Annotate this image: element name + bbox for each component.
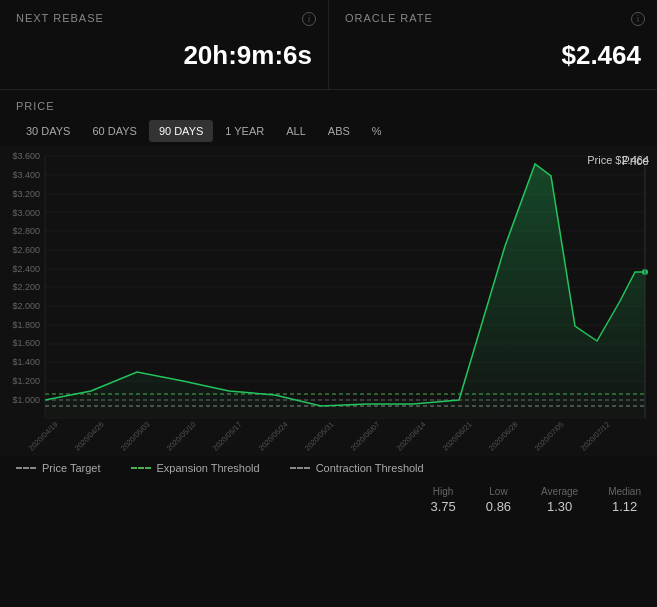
price-section: PRICE 30 DAYS 60 DAYS 90 DAYS 1 YEAR ALL… xyxy=(0,90,657,142)
contraction-threshold-line-icon xyxy=(290,467,310,469)
next-rebase-value: 20h:9m:6s xyxy=(16,40,312,71)
next-rebase-info-icon[interactable]: i xyxy=(302,12,316,26)
contraction-threshold-label: Contraction Threshold xyxy=(316,462,424,474)
svg-text:$3.400: $3.400 xyxy=(12,170,40,180)
stat-median-label: Median xyxy=(608,486,641,497)
stat-low-label: Low xyxy=(489,486,507,497)
tab-all[interactable]: ALL xyxy=(276,120,316,142)
svg-text:$1.200: $1.200 xyxy=(12,376,40,386)
legend-expansion: Expansion Threshold xyxy=(131,462,260,474)
svg-text:$3.600: $3.600 xyxy=(12,151,40,161)
tab-percent[interactable]: % xyxy=(362,120,392,142)
stat-median: Median 1.12 xyxy=(608,486,641,514)
legend-contraction: Contraction Threshold xyxy=(290,462,424,474)
stat-median-value: 1.12 xyxy=(612,499,637,514)
price-target-line-icon xyxy=(16,467,36,469)
svg-text:$2.200: $2.200 xyxy=(12,282,40,292)
svg-text:$1.800: $1.800 xyxy=(12,320,40,330)
tab-90days[interactable]: 90 DAYS xyxy=(149,120,213,142)
svg-text:$1.600: $1.600 xyxy=(12,338,40,348)
expansion-threshold-label: Expansion Threshold xyxy=(157,462,260,474)
svg-text:$2.800: $2.800 xyxy=(12,226,40,236)
legend-price-target: Price Target xyxy=(16,462,101,474)
oracle-rate-panel: ORACLE RATE i $2.464 xyxy=(329,0,657,89)
stat-high-value: 3.75 xyxy=(430,499,455,514)
stat-low: Low 0.86 xyxy=(486,486,511,514)
chart-price-display: Price $2.464 xyxy=(587,154,649,166)
svg-text:$3.200: $3.200 xyxy=(12,189,40,199)
next-rebase-panel: NEXT REBASE i 20h:9m:6s xyxy=(0,0,329,89)
svg-text:$2.400: $2.400 xyxy=(12,264,40,274)
svg-text:$1.400: $1.400 xyxy=(12,357,40,367)
stat-high-label: High xyxy=(433,486,454,497)
stat-average-label: Average xyxy=(541,486,578,497)
stat-high: High 3.75 xyxy=(430,486,455,514)
tab-1year[interactable]: 1 YEAR xyxy=(215,120,274,142)
price-section-title: PRICE xyxy=(16,100,641,112)
svg-text:$2.000: $2.000 xyxy=(12,301,40,311)
tab-60days[interactable]: 60 DAYS xyxy=(82,120,146,142)
next-rebase-title: NEXT REBASE xyxy=(16,12,312,24)
tab-abs[interactable]: ABS xyxy=(318,120,360,142)
tab-30days[interactable]: 30 DAYS xyxy=(16,120,80,142)
svg-text:$1.000: $1.000 xyxy=(12,395,40,405)
price-chart-svg: $3.600 $3.400 $3.200 $3.000 $2.800 $2.60… xyxy=(0,146,657,456)
oracle-rate-value: $2.464 xyxy=(345,40,641,71)
svg-text:$3.000: $3.000 xyxy=(12,208,40,218)
chart-legend: Price Target Expansion Threshold Contrac… xyxy=(0,456,657,480)
stat-average: Average 1.30 xyxy=(541,486,578,514)
time-tabs: 30 DAYS 60 DAYS 90 DAYS 1 YEAR ALL ABS % xyxy=(16,120,641,142)
price-chart-container: Price Price $2.464 $3.600 $3.400 $3.200 … xyxy=(0,146,657,456)
price-target-label: Price Target xyxy=(42,462,101,474)
stat-low-value: 0.86 xyxy=(486,499,511,514)
oracle-rate-info-icon[interactable]: i xyxy=(631,12,645,26)
stats-row: High 3.75 Low 0.86 Average 1.30 Median 1… xyxy=(0,480,657,520)
svg-text:$2.600: $2.600 xyxy=(12,245,40,255)
expansion-threshold-line-icon xyxy=(131,467,151,469)
stat-average-value: 1.30 xyxy=(547,499,572,514)
oracle-rate-title: ORACLE RATE xyxy=(345,12,641,24)
